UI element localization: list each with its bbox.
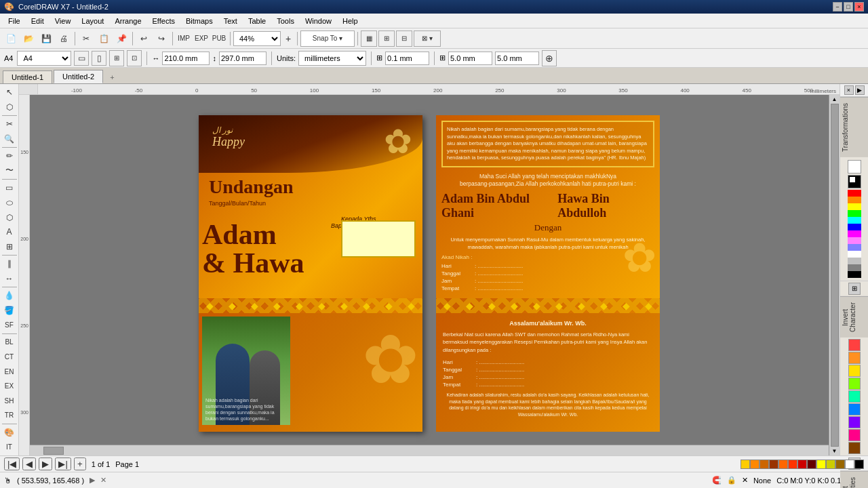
tab-add-button[interactable]: + — [104, 71, 119, 83]
ellipse-tool[interactable]: ⬭ — [1, 196, 18, 210]
first-page-btn[interactable]: |◀ — [4, 458, 20, 470]
swatch-extra3[interactable] — [848, 365, 861, 377]
menu-arrange[interactable]: Arrange — [109, 16, 146, 26]
vscrollbar[interactable]: ▲ ▼ — [829, 95, 840, 455]
view-btn1[interactable]: ▦ — [361, 30, 377, 47]
menu-view[interactable]: View — [50, 16, 77, 26]
page-options-btn[interactable]: ⊞ — [109, 50, 124, 66]
undo-button[interactable]: ↩ — [136, 30, 152, 47]
invert-button[interactable]: ⊞ — [848, 283, 861, 295]
swatch-extra1[interactable] — [848, 339, 861, 351]
zoom-in-button[interactable]: + — [282, 30, 294, 47]
export-button[interactable]: EXP — [193, 30, 210, 47]
menu-file[interactable]: File — [3, 16, 26, 26]
select-tool[interactable]: ↖ — [1, 85, 18, 100]
units-select[interactable]: millimeters — [298, 51, 366, 66]
menu-help[interactable]: Help — [337, 16, 363, 26]
palette-swatch6[interactable] — [788, 460, 797, 469]
invert-character-panel-btn[interactable]: Invert Character — [840, 296, 868, 338]
swatch-light-blue[interactable] — [848, 244, 861, 251]
palette-swatch13[interactable] — [854, 460, 864, 469]
import-button[interactable]: IMP — [176, 30, 192, 47]
swatch-extra9[interactable] — [848, 442, 861, 454]
transformations-panel-btn[interactable]: Transformations — [840, 97, 868, 157]
hscrollbar[interactable] — [30, 445, 829, 455]
palette-swatch7[interactable] — [797, 460, 807, 469]
vscroll-down[interactable]: ▼ — [832, 448, 837, 454]
redo-button[interactable]: ↪ — [153, 30, 170, 47]
swatch-gray[interactable] — [848, 264, 861, 271]
palette-swatch3[interactable] — [760, 460, 769, 469]
smart-draw[interactable]: 〜 — [1, 164, 18, 178]
swatch-extra4[interactable] — [848, 378, 861, 390]
swatch-magenta[interactable] — [848, 230, 861, 237]
dup-x-input[interactable] — [448, 52, 492, 65]
card-back[interactable]: Nikah adalah bagian dari sumamu,barangsi… — [436, 115, 660, 432]
connector-tool[interactable]: ↔ — [1, 272, 18, 286]
close-button[interactable]: × — [854, 2, 864, 12]
palette-swatch10[interactable] — [826, 460, 835, 469]
shadow-tool[interactable]: SH — [1, 394, 18, 408]
snap-options[interactable]: Snap To ▾ — [300, 30, 355, 47]
swatch-extra5[interactable] — [848, 390, 861, 403]
swatch-blue[interactable] — [848, 224, 861, 230]
landscape-btn[interactable]: ▯ — [92, 51, 106, 66]
swatch-cyan[interactable] — [848, 217, 861, 224]
white-swatch[interactable] — [848, 160, 861, 174]
freehand-tool[interactable]: ✏ — [1, 149, 18, 163]
page-border-btn[interactable]: ⊡ — [127, 50, 142, 66]
table-tool[interactable]: ⊞ — [1, 239, 18, 253]
blend-tool[interactable]: BL — [1, 336, 18, 350]
apply-page-btn[interactable]: ⊕ — [542, 50, 557, 66]
color-tool[interactable]: 🎨 — [1, 426, 18, 440]
last-page-btn[interactable]: ▶| — [55, 458, 71, 470]
text-tool[interactable]: A — [1, 225, 18, 239]
swatch-black2[interactable] — [848, 271, 861, 278]
swatch-extra8[interactable] — [848, 429, 861, 441]
zoom-tool[interactable]: 🔍 — [1, 132, 18, 146]
panel-pin-btn[interactable]: ▶ — [855, 85, 865, 95]
vscroll-thumb[interactable] — [831, 104, 839, 447]
polygon-tool[interactable]: ⬡ — [1, 210, 18, 224]
shape-tool[interactable]: ⬡ — [1, 100, 18, 115]
swatch-extra7[interactable] — [848, 416, 861, 428]
swatch-light-gray[interactable] — [848, 258, 861, 264]
portrait-btn[interactable]: ▭ — [74, 51, 89, 66]
menu-window[interactable]: Window — [300, 16, 337, 26]
nudge-input[interactable] — [385, 52, 429, 65]
add-page-btn[interactable]: + — [74, 458, 86, 470]
swatch-extra2[interactable] — [848, 352, 861, 364]
tab-untitled2[interactable]: Untitled-2 — [54, 70, 103, 83]
menu-tools[interactable]: Tools — [271, 16, 300, 26]
envelope-tool[interactable]: EN — [1, 365, 18, 379]
parallel-tool[interactable]: ∥ — [1, 257, 18, 271]
palette-swatch8[interactable] — [807, 460, 816, 469]
view-btn3[interactable]: ⊟ — [396, 30, 412, 47]
text-properties-panel-btn[interactable]: Text Properties — [840, 471, 868, 488]
swatch-orange[interactable] — [848, 197, 861, 203]
menu-bitmaps[interactable]: Bitmaps — [180, 16, 218, 26]
palette-swatch2[interactable] — [750, 460, 760, 469]
vscroll-up[interactable]: ▲ — [832, 96, 837, 102]
eyedropper-tool[interactable]: 💧 — [1, 289, 18, 303]
swatch-green[interactable] — [848, 210, 861, 217]
page-size-select[interactable]: A4 — [17, 51, 71, 66]
menu-effects[interactable]: Effects — [147, 16, 180, 26]
swatch-extra6[interactable] — [848, 403, 861, 415]
menu-table[interactable]: Table — [243, 16, 271, 26]
open-button[interactable]: 📂 — [20, 30, 37, 47]
contour-tool[interactable]: CT — [1, 350, 18, 364]
page-height-input[interactable]: 297.0 mm — [219, 52, 267, 65]
view-btn2[interactable]: ⊞ — [378, 30, 395, 47]
transparency-tool[interactable]: TR — [1, 409, 18, 423]
rectangle-tool[interactable]: ▭ — [1, 181, 18, 195]
maximize-button[interactable]: □ — [844, 2, 853, 12]
swatch-yellow[interactable] — [848, 203, 861, 210]
palette-swatch9[interactable] — [816, 460, 826, 469]
copy-button[interactable]: 📋 — [96, 30, 112, 47]
menu-edit[interactable]: Edit — [26, 16, 50, 26]
cut-button[interactable]: ✂ — [78, 30, 94, 47]
swatch-light-magenta[interactable] — [848, 237, 861, 244]
publish-button[interactable]: PUB — [211, 30, 227, 47]
card-front[interactable]: ✿ نور ال Happy Undangan Tanggal/Bulan/Ta… — [199, 115, 422, 432]
